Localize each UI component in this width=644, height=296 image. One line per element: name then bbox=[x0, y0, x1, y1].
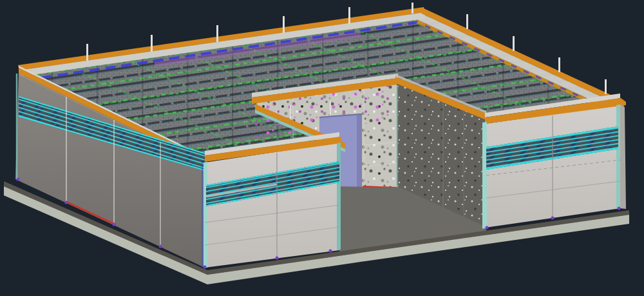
building-model bbox=[4, 3, 629, 284]
parapet-post-back-2 bbox=[151, 35, 153, 52]
back-wall-conduit-post-2 bbox=[330, 101, 331, 117]
anchor-dot-9 bbox=[551, 217, 554, 220]
anchor-dot-2 bbox=[65, 201, 68, 204]
right-wing-corner-trim-right bbox=[616, 104, 620, 209]
parapet-post-right-2 bbox=[513, 36, 515, 51]
right-wing-corner-trim-left bbox=[482, 122, 487, 229]
left-wing-corner-trim-right bbox=[337, 143, 341, 250]
anchor-dot-3 bbox=[113, 223, 116, 226]
parapet-post-back-1 bbox=[86, 44, 88, 61]
cad-3d-viewport[interactable] bbox=[0, 0, 644, 296]
anchor-dot-8 bbox=[486, 226, 489, 230]
parapet-post-right-4 bbox=[605, 79, 607, 94]
parapet-post-right-1 bbox=[466, 14, 468, 29]
anchor-dot-1 bbox=[17, 178, 20, 181]
anchor-dot-4 bbox=[159, 245, 162, 248]
parapet-post-back-5 bbox=[348, 7, 350, 24]
anchor-dot-5 bbox=[204, 266, 207, 269]
roller-door-shade bbox=[357, 113, 362, 192]
parapet-post-back-6 bbox=[412, 3, 413, 14]
anchor-dot-10 bbox=[618, 207, 621, 210]
left-wing-corner-trim-left bbox=[204, 162, 207, 268]
parapet-post-back-3 bbox=[216, 25, 218, 42]
anchor-dot-6 bbox=[276, 257, 279, 260]
left-wing-front-face bbox=[205, 143, 339, 268]
parapet-post-right-3 bbox=[558, 57, 560, 72]
right-wing-east-sliver bbox=[620, 104, 626, 209]
anchor-dot-7 bbox=[329, 250, 332, 253]
parapet-post-back-4 bbox=[283, 16, 285, 33]
cad-model-space[interactable] bbox=[0, 0, 644, 296]
